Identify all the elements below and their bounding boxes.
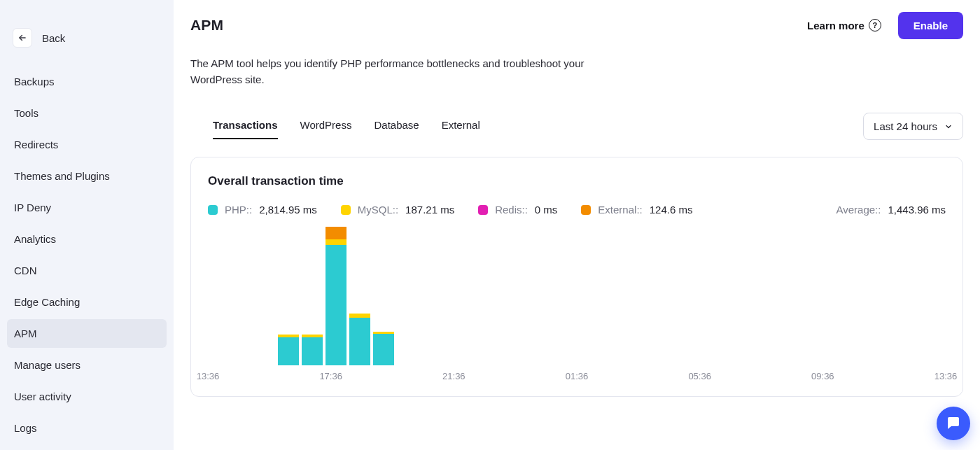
legend-average: Average:: 1,443.96 ms [836,204,946,216]
chart-x-axis: 13:3617:3621:3601:3605:3609:3613:36 [208,371,946,386]
tab-external[interactable]: External [442,113,480,139]
header-right: Learn more ? Enable [807,12,963,39]
legend: PHP::2,814.95 msMySQL::187.21 msRedis::0… [208,204,692,216]
header: APM Learn more ? Enable [190,10,963,41]
sidebar-item-backups[interactable]: Backups [7,67,167,96]
x-tick: 05:36 [688,371,711,381]
main: APM Learn more ? Enable The APM tool hel… [174,0,980,450]
time-range-label: Last 24 hours [874,120,937,132]
legend-item-external: External::124.6 ms [581,204,692,216]
chat-icon [945,415,962,432]
legend-item-mysql: MySQL::187.21 ms [341,204,454,216]
bar-18:36 [349,314,370,365]
legend-item-redis: Redis::0 ms [478,204,557,216]
page-title: APM [190,17,223,34]
sidebar-item-logs[interactable]: Logs [7,414,167,442]
x-tick: 21:36 [442,371,465,381]
chart-title: Overall transaction time [208,174,946,188]
chat-fab[interactable] [937,407,970,440]
sidebar-item-user-activity[interactable]: User activity [7,382,167,411]
tab-wordpress[interactable]: WordPress [300,113,352,139]
bar-segment-external [326,227,346,239]
sidebar-item-tools[interactable]: Tools [7,99,167,127]
legend-label: Redis:: [495,204,528,216]
x-tick: 09:36 [811,371,834,381]
learn-more-link[interactable]: Learn more ? [807,19,881,31]
bar-17:36 [326,227,346,365]
x-tick: 13:36 [934,371,958,381]
sidebar-item-cdn[interactable]: CDN [7,256,167,285]
tab-database[interactable]: Database [374,113,419,139]
chart: 13:3617:3621:3601:3605:3609:3613:36 [208,225,946,386]
back-button[interactable] [13,28,32,48]
page-description: The APM tool helps you identify PHP perf… [190,56,596,87]
legend-item-php: PHP::2,814.95 ms [208,204,317,216]
x-tick: 13:36 [197,371,220,381]
chart-plot [278,225,932,365]
x-tick: 17:36 [319,371,342,381]
legend-value: 2,814.95 ms [259,204,317,216]
sidebar-item-themes-and-plugins[interactable]: Themes and Plugins [7,162,167,190]
arrow-left-icon [18,33,27,43]
tabs-row: TransactionsWordPressDatabaseExternal La… [190,113,963,140]
learn-more-label: Learn more [807,20,864,31]
average-value: 1,443.96 ms [888,204,946,216]
sidebar-item-manage-users[interactable]: Manage users [7,351,167,379]
enable-button[interactable]: Enable [898,12,963,39]
tabs: TransactionsWordPressDatabaseExternal [190,113,480,139]
bar-segment-php [349,318,370,365]
legend-value: 187.21 ms [405,204,454,216]
legend-swatch-external [581,205,591,215]
bar-16:36 [302,335,323,365]
bar-segment-php [326,245,346,365]
tab-transactions[interactable]: Transactions [213,113,278,139]
chevron-down-icon [944,122,953,131]
sidebar-item-apm[interactable]: APM [7,319,167,348]
legend-label: External:: [598,204,642,216]
legend-row: PHP::2,814.95 msMySQL::187.21 msRedis::0… [208,204,946,216]
bar-segment-php [373,334,394,365]
legend-label: MySQL:: [358,204,398,216]
back-label: Back [42,32,65,44]
bar-segment-mysql [326,239,346,245]
bar-19:36 [373,332,394,365]
legend-swatch-redis [478,205,488,215]
transaction-chart-card: Overall transaction time PHP::2,814.95 m… [190,157,963,397]
nav-list: BackupsToolsRedirectsThemes and PluginsI… [7,67,167,442]
x-tick: 01:36 [566,371,589,381]
legend-value: 124.6 ms [650,204,693,216]
sidebar-item-analytics[interactable]: Analytics [7,225,167,253]
help-icon: ? [869,19,881,31]
legend-label: PHP:: [225,204,252,216]
back-row: Back [7,28,167,63]
sidebar-item-ip-deny[interactable]: IP Deny [7,193,167,222]
sidebar-item-edge-caching[interactable]: Edge Caching [7,288,167,316]
bar-segment-php [278,337,299,365]
legend-swatch-mysql [341,205,351,215]
bar-segment-php [302,337,323,365]
sidebar: Back BackupsToolsRedirectsThemes and Plu… [0,0,174,450]
bar-15:36 [278,335,299,365]
average-label: Average:: [836,204,881,216]
legend-swatch-php [208,205,218,215]
time-range-select[interactable]: Last 24 hours [863,113,963,140]
sidebar-item-redirects[interactable]: Redirects [7,130,167,159]
legend-value: 0 ms [535,204,558,216]
